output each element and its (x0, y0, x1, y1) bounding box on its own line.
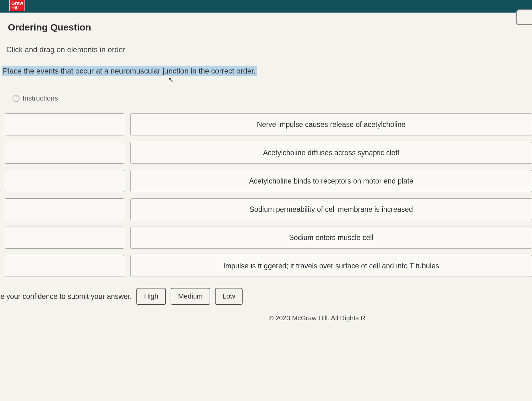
drop-slot-5[interactable] (5, 227, 124, 249)
drop-slot-2[interactable] (5, 142, 124, 164)
confidence-low-button[interactable]: Low (215, 288, 243, 305)
copyright-text: © 2023 McGraw Hill. All Rights R (8, 314, 532, 322)
logo-text-1: Graw (11, 1, 23, 5)
mcgraw-hill-logo: Graw Hill (9, 0, 25, 11)
drag-item-1[interactable]: Nerve impulse causes release of acetylch… (130, 113, 532, 135)
top-right-panel (516, 9, 532, 25)
ordering-row-3: Acetylcholine binds to receptors on moto… (5, 170, 532, 192)
instructions-toggle[interactable]: i Instructions (13, 94, 532, 102)
confidence-high-button[interactable]: High (136, 288, 166, 305)
drag-item-2[interactable]: Acetylcholine diffuses across synaptic c… (130, 142, 532, 164)
drop-slot-4[interactable] (5, 198, 124, 220)
question-type-heading: Ordering Question (8, 22, 532, 33)
confidence-prompt: te your confidence to submit your answer… (0, 292, 132, 301)
logo-text-2: Hill (11, 5, 23, 10)
instructions-label: Instructions (23, 94, 58, 102)
ordering-row-6: Impulse is triggered; it travels over su… (5, 255, 532, 277)
drag-item-3[interactable]: Acetylcholine binds to receptors on moto… (130, 170, 532, 192)
content-area: Ordering Question Click and drag on elem… (0, 13, 532, 322)
ordering-row-1: Nerve impulse causes release of acetylch… (5, 113, 532, 135)
drag-item-4[interactable]: Sodium permeability of cell membrane is … (130, 198, 532, 220)
drag-item-5[interactable]: Sodium enters muscle cell (130, 227, 532, 249)
cursor-icon: ↖ (168, 76, 173, 84)
drag-item-6[interactable]: Impulse is triggered; it travels over su… (130, 255, 532, 277)
ordering-row-4: Sodium permeability of cell membrane is … (5, 198, 532, 220)
confidence-medium-button[interactable]: Medium (171, 288, 210, 305)
top-bar: Graw Hill (0, 0, 532, 13)
question-prompt: Place the events that occur at a neuromu… (2, 66, 257, 76)
instruction-text: Click and drag on elements in order (6, 45, 532, 54)
prompt-container: Place the events that occur at a neuromu… (5, 67, 532, 75)
confidence-footer: te your confidence to submit your answer… (0, 288, 532, 305)
drop-slot-1[interactable] (5, 113, 124, 135)
ordering-row-5: Sodium enters muscle cell (5, 227, 532, 249)
drop-slot-3[interactable] (5, 170, 124, 192)
drop-slot-6[interactable] (5, 255, 124, 277)
info-icon: i (13, 95, 19, 102)
ordering-row-2: Acetylcholine diffuses across synaptic c… (5, 142, 532, 164)
